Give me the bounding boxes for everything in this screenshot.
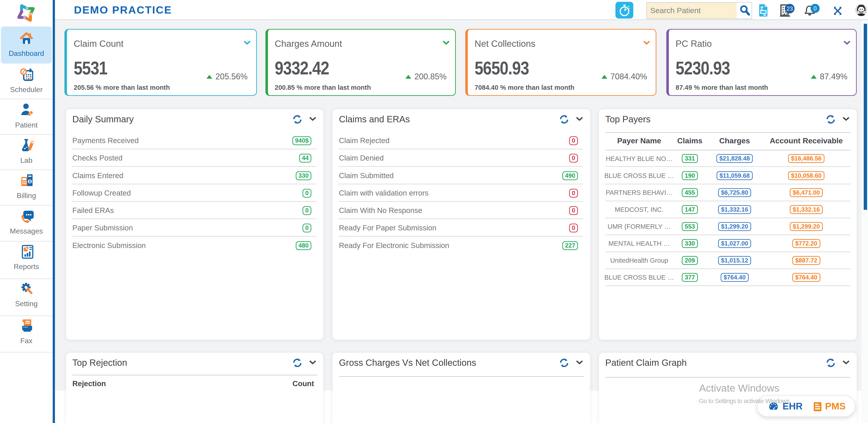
svg-text:$: $ (29, 179, 31, 184)
